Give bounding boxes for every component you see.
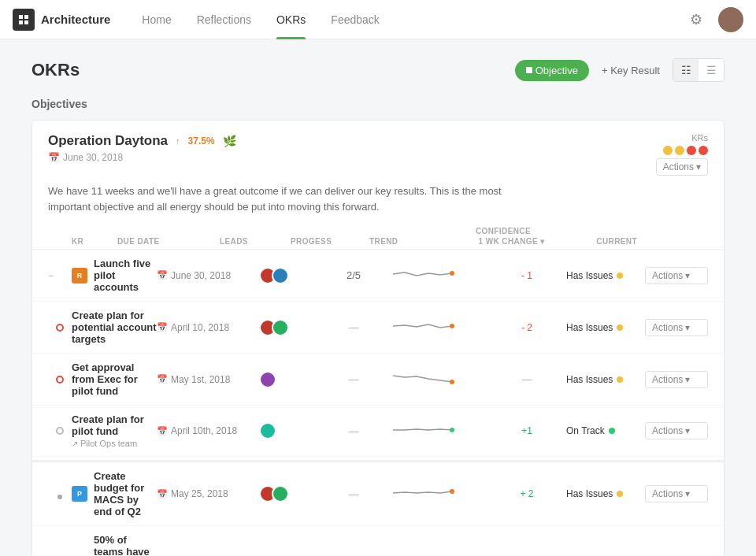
logo[interactable]: Architecture — [13, 9, 110, 31]
kr-1-status-text: Has Issues — [566, 270, 613, 281]
kr-1-status: Has Issues — [566, 270, 645, 281]
kr-1-trend — [393, 262, 487, 288]
lead-av-5b — [272, 485, 289, 502]
kr-4-progress: — — [314, 425, 393, 437]
objective-card-1: Operation Daytona ↑ 37.5% 🌿 📅 June 30, 2… — [32, 120, 724, 556]
svg-rect-0 — [19, 15, 23, 19]
dot-2 — [675, 146, 684, 155]
logo-icon — [13, 9, 35, 31]
kr-2-name: Create plan for potential account target… — [72, 310, 157, 345]
trend-svg-1 — [393, 262, 456, 286]
main-nav: Home Reflections OKRs Feedback — [129, 0, 684, 39]
kr-2-change: - 2 — [487, 322, 566, 333]
kr-4-date: 📅 April 10th, 2018 — [157, 425, 259, 436]
kr-1-leads — [259, 267, 314, 284]
section-title: Objectives — [32, 98, 724, 110]
kr-1-actions[interactable]: Actions ▾ — [645, 267, 708, 284]
kr-4-leads — [259, 422, 314, 439]
objective-1-date: 📅 June 30, 2018 — [48, 152, 236, 163]
svg-point-5 — [450, 324, 454, 328]
col-progress: PROGESS — [291, 237, 369, 246]
nav-okrs[interactable]: OKRs — [264, 0, 318, 39]
logo-svg — [17, 13, 30, 26]
kr-3-leads — [259, 371, 314, 388]
kr-5-actions[interactable]: Actions ▾ — [645, 485, 708, 502]
cal-icon-r5: 📅 — [157, 489, 168, 499]
kr-2-actions[interactable]: Actions ▾ — [645, 319, 708, 336]
svg-point-4 — [450, 271, 454, 276]
kr-5-name-cell: P Create budget for MACS by end of Q2 — [72, 470, 157, 517]
dot-3 — [687, 146, 696, 155]
svg-point-7 — [450, 428, 454, 432]
trend-svg-5 — [393, 481, 456, 505]
nav-feedback[interactable]: Feedback — [318, 0, 391, 39]
kr-3-progress: — — [314, 373, 393, 385]
kr-3-date: 📅 May 1st, 2018 — [157, 374, 259, 385]
kr-5-status-dot — [617, 491, 623, 497]
header: Architecture Home Reflections OKRs Feedb… — [0, 0, 756, 39]
kr-2-status: Has Issues — [566, 322, 645, 333]
kr-5-change: + 2 — [487, 488, 566, 499]
kr-1-icon: R — [72, 268, 87, 284]
kr-5-name: Create budget for MACS by end of Q2 — [94, 470, 157, 517]
kr-2-leads — [259, 319, 314, 336]
kr-table-header: KR DUE DATE LEADS PROGESS CONFIDENCE TRE… — [32, 224, 724, 250]
col-trend: TREND — [369, 237, 470, 246]
kr-3-actions[interactable]: Actions ▾ — [645, 371, 708, 388]
nav-home[interactable]: Home — [129, 0, 183, 39]
kr-2-status-text: Has Issues — [566, 322, 613, 333]
objective-1-header: Operation Daytona ↑ 37.5% 🌿 📅 June 30, 2… — [32, 120, 724, 224]
nav-active-indicator — [276, 37, 306, 39]
view-toggle: ☷ ☰ — [673, 58, 724, 82]
grid-view-button[interactable]: ☷ — [673, 59, 699, 81]
lead-av-1b — [272, 267, 289, 284]
kr-2-bullet — [56, 324, 64, 332]
col-current: CURRENT — [554, 237, 637, 246]
confidence-label: CONFIDENCE — [476, 227, 531, 235]
kr-5-status: Has Issues — [566, 488, 645, 499]
kr-row-3: Get approval from Exec for pilot fund 📅 … — [32, 354, 724, 406]
link-icon-4: ↗ — [72, 439, 78, 448]
kr-5-progress: — — [314, 488, 393, 500]
collapse-toggle-1[interactable]: − — [48, 270, 72, 281]
objective-1-desc: We have 11 weeks and we'll have a great … — [48, 183, 521, 214]
objective-1-left: Operation Daytona ↑ 37.5% 🌿 📅 June 30, 2… — [48, 133, 236, 163]
kr-2-trend — [393, 314, 487, 340]
kr-2-date: 📅 April 10, 2018 — [157, 322, 259, 333]
kr-5-icon: P — [72, 486, 87, 502]
dot-1 — [663, 146, 673, 155]
add-key-result-button[interactable]: + Key Result — [595, 60, 666, 81]
kr-5-bullet-wrap — [48, 488, 72, 499]
kr-6-name-cell: P 50% of teams have a significant increa… — [72, 534, 157, 556]
user-avatar[interactable] — [718, 7, 743, 32]
kr-3-status-dot — [617, 376, 623, 383]
col-due-date: DUE DATE — [117, 237, 220, 246]
svg-rect-3 — [24, 20, 28, 24]
kr-2-progress: — — [314, 321, 393, 333]
lead-av-4a — [259, 422, 276, 439]
add-objective-button[interactable]: Objective — [515, 60, 589, 81]
kr-row-6: P 50% of teams have a significant increa… — [32, 526, 724, 556]
main-content: OKRs Objective + Key Result ☷ ☰ Objectiv… — [0, 39, 756, 556]
kr-4-name-cell: Create plan for pilot fund ↗ Pilot Ops t… — [72, 413, 157, 448]
kr-3-trend — [393, 366, 487, 392]
lead-av-3a — [259, 371, 276, 388]
kr-4-actions[interactable]: Actions ▾ — [645, 422, 708, 439]
kr-5-leads — [259, 485, 314, 502]
nav-reflections[interactable]: Reflections — [184, 0, 264, 39]
settings-icon[interactable]: ⚙ — [684, 7, 709, 32]
kr-4-trend — [393, 418, 487, 444]
objective-1-actions[interactable]: Actions ▾ — [656, 158, 708, 176]
progress-icon: ↑ — [176, 136, 180, 146]
kr-row-4: Create plan for pilot fund ↗ Pilot Ops t… — [32, 406, 724, 457]
kr-5-status-text: Has Issues — [566, 488, 613, 499]
kr-4-status-dot — [609, 428, 615, 434]
kr-2-name-cell: Create plan for potential account target… — [72, 310, 157, 345]
kr-3-bullet — [56, 376, 64, 384]
list-view-button[interactable]: ☰ — [699, 59, 724, 81]
lead-av-2b — [272, 319, 289, 336]
kr-1-name-cell: R Launch five pilot accounts — [72, 258, 157, 293]
page-header: OKRs Objective + Key Result ☷ ☰ — [32, 58, 724, 82]
kr-3-name: Get approval from Exec for pilot fund — [72, 361, 138, 397]
kr-3-name-cell: Get approval from Exec for pilot fund — [72, 361, 157, 397]
